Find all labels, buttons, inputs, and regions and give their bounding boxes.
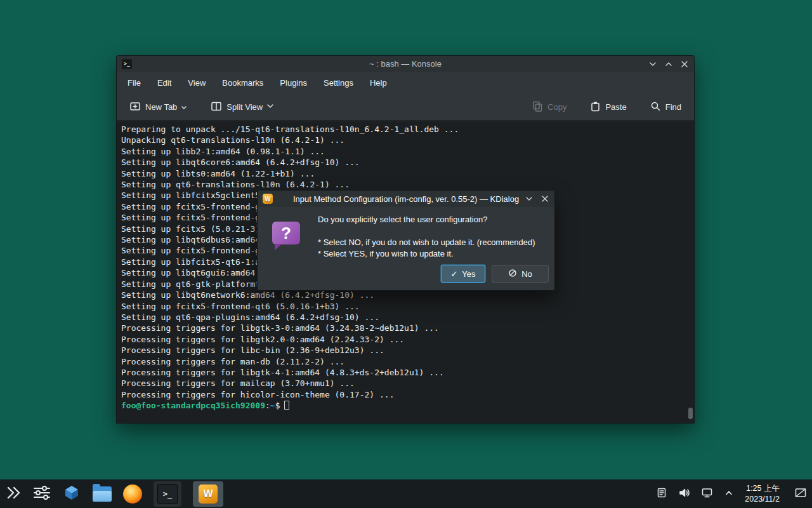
menu-edit[interactable]: Edit — [149, 76, 180, 90]
terminal-line: Processing triggers for libgtk-3-0:amd64… — [121, 323, 688, 333]
terminal-line: Processing triggers for libc-bin (2.36-9… — [121, 345, 688, 356]
question-icon: ? — [272, 222, 300, 244]
question-glyph: ? — [281, 224, 291, 243]
kdialog-app-icon: W — [263, 194, 273, 204]
konsole-app-icon-glyph: >_ — [124, 61, 130, 67]
tray-expand-icon[interactable] — [724, 488, 734, 500]
menu-settings[interactable]: Settings — [315, 76, 362, 90]
prompt-symbol: $ — [275, 401, 280, 410]
clock-time: 1:25 上午 — [745, 483, 780, 493]
split-view-label: Split View — [226, 102, 263, 112]
system-tray: 1:25 上午 2023/11/2 — [656, 483, 807, 504]
new-tab-label: New Tab — [145, 102, 177, 112]
menu-plugins[interactable]: Plugins — [272, 76, 315, 90]
kdialog-window-controls — [525, 194, 549, 203]
find-label: Find — [665, 102, 681, 112]
package-app-icon[interactable] — [62, 483, 81, 505]
konsole-titlebar[interactable]: >_ ~ : bash — Konsole — [117, 56, 694, 72]
clipboard-icon[interactable] — [656, 487, 667, 501]
menu-file[interactable]: File — [119, 76, 149, 90]
terminal-line: Processing triggers for hicolor-icon-the… — [121, 389, 688, 400]
close-icon[interactable] — [680, 60, 689, 69]
terminal-line: Setting up qt6-qpa-plugins:amd64 (6.4.2+… — [121, 312, 688, 323]
firefox-icon[interactable] — [123, 485, 142, 504]
terminal-prompt-line: foo@foo-standardpcq35ich92009:~$ — [121, 400, 688, 411]
terminal-line: Unpacking qt6-translations-l10n (6.4.2-1… — [121, 135, 688, 145]
minimize-icon[interactable] — [648, 60, 657, 69]
toolbar: New Tab Split View Copy Paste Find — [117, 93, 694, 121]
menu-view[interactable]: View — [180, 76, 214, 90]
yes-button[interactable]: ✓ Yes — [441, 265, 485, 283]
konsole-icon: >_ — [157, 484, 178, 504]
kdialog-close-icon[interactable] — [540, 194, 549, 203]
kdialog-app-icon-letter: W — [265, 196, 270, 203]
yes-button-label: Yes — [462, 269, 475, 279]
terminal-cursor — [284, 401, 289, 410]
kdialog-titlebar[interactable]: W Input Method Configuration (im-config,… — [258, 190, 554, 207]
paste-icon — [589, 100, 601, 114]
clock[interactable]: 1:25 上午 2023/11/2 — [745, 483, 780, 504]
terminal-scrollbar-thumb[interactable] — [688, 408, 693, 419]
app-launcher-icon[interactable] — [5, 485, 22, 504]
konsole-app-icon: >_ — [122, 59, 132, 69]
terminal-line: Processing triggers for man-db (2.11.2-2… — [121, 356, 688, 367]
terminal-line: Setting up libb2-1:amd64 (0.98.1-1.1) ..… — [121, 146, 688, 157]
search-icon — [650, 100, 661, 114]
terminal-line: Processing triggers for libgtk2.0-0:amd6… — [121, 334, 688, 345]
no-button[interactable]: No — [492, 265, 549, 283]
terminal-line: Setting up libqt6core6:amd64 (6.4.2+dfsg… — [121, 157, 688, 168]
dialog-option-no-text: * Select NO, if you do not wish to updat… — [318, 237, 535, 247]
taskbar-kdialog-task[interactable]: W — [193, 481, 223, 507]
kdialog-title: Input Method Configuration (im-config, v… — [258, 194, 554, 204]
kdialog-task-icon: W — [199, 485, 218, 504]
terminal-line: Processing triggers for libgtk-4-1:amd64… — [121, 367, 688, 378]
new-tab-dropdown-icon[interactable] — [181, 102, 187, 112]
paste-button[interactable]: Paste — [586, 97, 630, 117]
split-view-icon — [211, 100, 222, 114]
terminal-line: Setting up libqt6network6:amd64 (6.4.2+d… — [121, 290, 688, 300]
copy-icon — [532, 100, 543, 114]
paste-label: Paste — [605, 102, 626, 112]
kdialog-window: W Input Method Configuration (im-config,… — [257, 190, 555, 291]
terminal-line: Setting up qt6-translations-l10n (6.4.2-… — [121, 179, 688, 190]
menu-help[interactable]: Help — [362, 76, 395, 90]
window-controls — [648, 60, 689, 69]
new-tab-icon — [129, 100, 141, 114]
prompt-separator: : — [265, 401, 270, 410]
dialog-buttons: ✓ Yes No — [441, 265, 549, 283]
kdialog-more-actions-icon[interactable] — [525, 194, 534, 203]
prompt-user-host: foo@foo-standardpcq35ich92009 — [121, 401, 265, 410]
split-view-dropdown-icon[interactable] — [267, 102, 273, 112]
terminal-line: Setting up fcitx5-frontend-qt6 (5.0.16-1… — [121, 301, 688, 312]
show-desktop-icon[interactable] — [794, 487, 807, 501]
copy-button: Copy — [528, 97, 570, 117]
check-icon: ✓ — [450, 269, 457, 279]
prompt-path: ~ — [270, 401, 275, 410]
find-button[interactable]: Find — [646, 97, 685, 117]
taskbar: >_ W 1:25 上午 2023/11/2 — [0, 479, 812, 508]
dialog-question-text: Do you explicitly select the user config… — [318, 215, 487, 224]
no-button-label: No — [521, 269, 532, 279]
split-view-button[interactable]: Split View — [207, 97, 277, 117]
file-manager-icon[interactable] — [93, 486, 112, 502]
konsole-icon-glyph: >_ — [163, 490, 172, 498]
audio-mixer-icon[interactable] — [33, 485, 51, 503]
deny-icon — [508, 269, 517, 279]
copy-label: Copy — [547, 102, 566, 112]
volume-icon[interactable] — [678, 487, 690, 501]
dialog-option-yes-text: * Select YES, if you wish to update it. — [318, 249, 454, 258]
menu-bookmarks[interactable]: Bookmarks — [214, 76, 272, 90]
window-title: ~ : bash — Konsole — [117, 59, 694, 69]
new-tab-button[interactable]: New Tab — [126, 97, 190, 117]
menubar: File Edit View Bookmarks Plugins Setting… — [117, 72, 694, 93]
maximize-icon[interactable] — [664, 60, 673, 69]
terminal-line: Preparing to unpack .../15-qt6-translati… — [121, 124, 688, 135]
terminal-line: Processing triggers for mailcap (3.70+nm… — [121, 378, 688, 389]
taskbar-konsole-task[interactable]: >_ — [154, 481, 181, 507]
terminal-line: Setting up libts0:amd64 (1.22-1+b1) ... — [121, 168, 688, 179]
clock-date: 2023/11/2 — [745, 494, 780, 504]
kdialog-task-icon-letter: W — [203, 488, 213, 500]
display-icon[interactable] — [701, 487, 713, 501]
